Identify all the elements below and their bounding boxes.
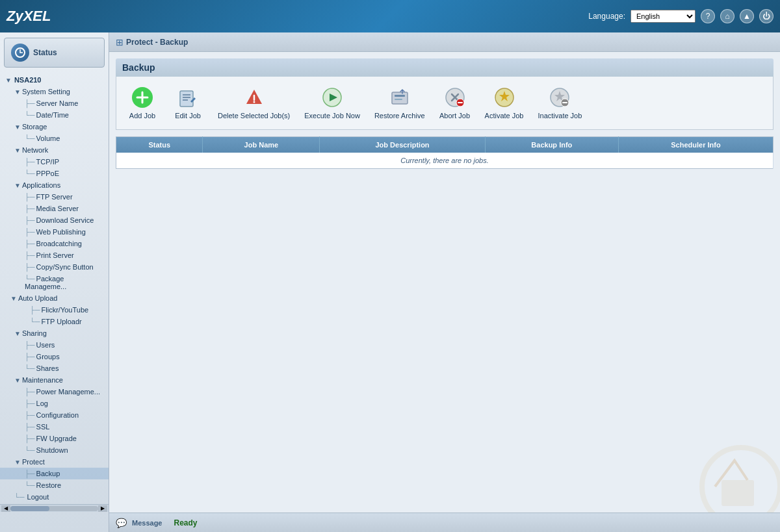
expand-icon: ▼ bbox=[14, 330, 21, 337]
sidebar-item-ftp-uploadr[interactable]: └─FTP Uploadr bbox=[0, 316, 109, 327]
sidebar-item-date-time[interactable]: └─Date/Time bbox=[0, 109, 109, 121]
scroll-right-btn[interactable]: ▶ bbox=[98, 505, 107, 512]
sidebar-item-package-mgmt[interactable]: └─Package Manageme... bbox=[0, 273, 109, 292]
sidebar-item-ftp-server[interactable]: ├─FTP Server bbox=[0, 191, 109, 203]
scroll-track[interactable] bbox=[10, 506, 98, 511]
restore-archive-button[interactable]: Restore Archive bbox=[370, 83, 429, 123]
language-select[interactable]: English Chinese French German Spanish bbox=[630, 10, 696, 23]
help-icon[interactable]: ? bbox=[701, 9, 715, 23]
sidebar-item-configuration[interactable]: ├─Configuration bbox=[0, 409, 109, 421]
col-scheduler-info[interactable]: Scheduler Info bbox=[618, 137, 773, 153]
main-layout: Status ▼ NSA210 ▼ System Setting ├─Serve… bbox=[0, 32, 780, 532]
expand-icon: ▼ bbox=[14, 459, 21, 466]
expand-icon: ▼ bbox=[14, 88, 21, 95]
scroll-left-btn[interactable]: ◀ bbox=[1, 505, 10, 512]
edit-job-button[interactable]: Edit Job bbox=[168, 83, 207, 123]
sidebar-item-maintenance[interactable]: ▼ Maintenance bbox=[0, 374, 109, 386]
restore-label: Restore Archive bbox=[374, 112, 425, 120]
sidebar-item-storage[interactable]: ▼ Storage bbox=[0, 121, 109, 133]
sidebar-item-flickr-youtube[interactable]: ├─Flickr/YouTube bbox=[0, 304, 109, 316]
sidebar-item-print-server[interactable]: ├─Print Server bbox=[0, 249, 109, 261]
sidebar-item-system-setting[interactable]: ▼ System Setting bbox=[0, 86, 109, 97]
inactivate-job-button[interactable]: Inactivate Job bbox=[534, 83, 586, 123]
expand-icon: ▼ bbox=[5, 77, 12, 84]
sidebar-item-protect[interactable]: ▼ Protect bbox=[0, 456, 109, 468]
sidebar-item-power-mgmt[interactable]: ├─Power Manageme... bbox=[0, 386, 109, 398]
activate-label: Activate Job bbox=[485, 112, 524, 120]
sidebar-item-shutdown[interactable]: └─Shutdown bbox=[0, 444, 109, 456]
scroll-thumb[interactable] bbox=[10, 506, 49, 511]
grid-icon: ⊞ bbox=[116, 37, 124, 47]
table-row-empty: Currently, there are no jobs. bbox=[116, 153, 774, 169]
expand-icon: ▼ bbox=[14, 123, 21, 131]
col-status[interactable]: Status bbox=[116, 137, 203, 153]
sidebar-item-media-server[interactable]: ├─Media Server bbox=[0, 203, 109, 214]
sidebar-tree: ▼ NSA210 ▼ System Setting ├─Server Name … bbox=[0, 73, 109, 504]
abort-job-button[interactable]: Abort Job bbox=[436, 83, 474, 123]
logo-area: ZyXEL bbox=[6, 8, 51, 25]
execute-icon bbox=[320, 86, 344, 109]
edit-job-label: Edit Job bbox=[175, 112, 201, 120]
content-area: ⊞ Protect - Backup Backup A bbox=[109, 32, 780, 532]
sidebar-item-backup[interactable]: ├─Backup bbox=[0, 468, 109, 479]
toolbar: Add Job Edit Job bbox=[116, 77, 774, 130]
logo-text: ZyXEL bbox=[6, 8, 51, 25]
breadcrumb-text: Protect - Backup bbox=[126, 38, 188, 47]
col-job-description[interactable]: Job Description bbox=[320, 137, 485, 153]
sidebar-item-network[interactable]: ▼ Network bbox=[0, 144, 109, 156]
power-icon[interactable]: ⏻ bbox=[759, 9, 774, 23]
svg-rect-4 bbox=[180, 91, 193, 107]
status-button[interactable]: Status bbox=[4, 38, 105, 68]
sidebar-item-shares[interactable]: └─Shares bbox=[0, 362, 109, 374]
activate-job-button[interactable]: Activate Job bbox=[481, 83, 528, 123]
sidebar-item-groups[interactable]: ├─Groups bbox=[0, 351, 109, 362]
message-label: Message bbox=[132, 519, 162, 527]
svg-point-10 bbox=[253, 101, 255, 103]
header: ZyXEL Language: English Chinese French G… bbox=[0, 0, 780, 32]
sidebar-item-download-service[interactable]: ├─Download Service bbox=[0, 214, 109, 226]
sidebar-item-pppoe[interactable]: └─PPPoE bbox=[0, 168, 109, 179]
sidebar-item-auto-upload[interactable]: ▼ Auto Upload bbox=[0, 292, 109, 304]
sidebar-item-web-publishing[interactable]: ├─Web Publishing bbox=[0, 226, 109, 238]
sidebar-item-copy-sync[interactable]: ├─Copy/Sync Button bbox=[0, 261, 109, 273]
sidebar-item-applications[interactable]: ▼ Applications bbox=[0, 179, 109, 191]
sidebar-item-fw-upgrade[interactable]: ├─FW Upgrade bbox=[0, 433, 109, 444]
home-icon[interactable]: ⌂ bbox=[720, 9, 734, 23]
sidebar-scrollbar[interactable]: ◀ ▶ bbox=[0, 504, 109, 512]
no-jobs-message: Currently, there are no jobs. bbox=[116, 153, 774, 169]
sidebar-item-server-name[interactable]: ├─Server Name bbox=[0, 97, 109, 109]
expand-icon: ▼ bbox=[14, 147, 21, 154]
add-job-button[interactable]: Add Job bbox=[123, 83, 162, 123]
sidebar-item-users[interactable]: ├─Users bbox=[0, 339, 109, 351]
sidebar-item-broadcatching[interactable]: ├─Broadcatching bbox=[0, 238, 109, 249]
page-title: Backup bbox=[116, 58, 774, 77]
edit-job-icon bbox=[176, 86, 200, 109]
col-backup-info[interactable]: Backup Info bbox=[485, 137, 618, 153]
status-bar: 💬 Message Ready bbox=[109, 513, 780, 532]
execute-job-now-button[interactable]: Execute Job Now bbox=[300, 83, 364, 123]
svg-rect-13 bbox=[392, 92, 408, 104]
sidebar-item-logout[interactable]: └─ Logout bbox=[0, 491, 109, 503]
sidebar-item-nsa210[interactable]: ▼ NSA210 bbox=[0, 74, 109, 86]
abort-icon bbox=[443, 86, 467, 109]
header-right: Language: English Chinese French German … bbox=[588, 9, 774, 23]
sidebar-item-sharing[interactable]: ▼ Sharing bbox=[0, 327, 109, 339]
table-header-row: Status Job Name Job Description Backup I… bbox=[116, 137, 774, 153]
execute-label: Execute Job Now bbox=[304, 112, 360, 120]
sidebar-item-tcp-ip[interactable]: ├─TCP/IP bbox=[0, 156, 109, 168]
status-text: Ready bbox=[174, 518, 197, 527]
sidebar-item-volume[interactable]: └─Volume bbox=[0, 133, 109, 144]
col-job-name[interactable]: Job Name bbox=[203, 137, 320, 153]
sidebar-item-ssl[interactable]: ├─SSL bbox=[0, 421, 109, 433]
add-job-icon bbox=[131, 86, 154, 109]
sidebar-item-log[interactable]: ├─Log bbox=[0, 398, 109, 409]
sidebar-item-label: NSA210 bbox=[14, 76, 42, 84]
delete-selected-jobs-button[interactable]: Delete Selected Job(s) bbox=[214, 83, 294, 123]
expand-icon: ▼ bbox=[10, 295, 17, 302]
up-icon[interactable]: ▲ bbox=[740, 9, 754, 23]
page-content: Backup Add Job bbox=[109, 52, 780, 513]
expand-icon: ▼ bbox=[14, 377, 21, 384]
sidebar-item-restore[interactable]: └─Restore bbox=[0, 479, 109, 491]
activate-icon bbox=[493, 86, 516, 109]
status-icon bbox=[11, 44, 29, 62]
